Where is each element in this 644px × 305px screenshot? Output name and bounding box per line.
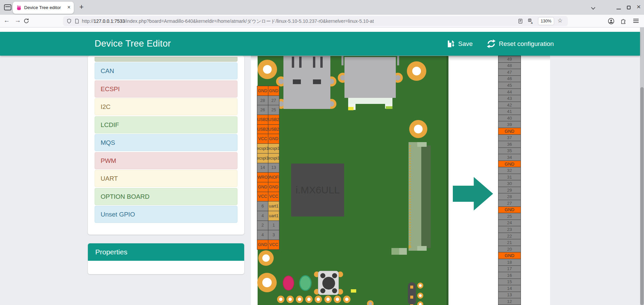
left-pin-cell[interactable]: GND bbox=[257, 86, 268, 96]
right-pin-cell[interactable]: 20 bbox=[498, 246, 521, 253]
left-pin-cell[interactable]: 6 bbox=[257, 201, 268, 211]
left-pin-cell[interactable]: ecspi1 bbox=[268, 144, 279, 154]
left-pin-cell[interactable]: GND bbox=[257, 182, 268, 192]
sidebar-item-i2c[interactable]: I2C bbox=[95, 98, 237, 115]
right-pin-cell[interactable]: 49 bbox=[498, 56, 521, 63]
right-pin-cell[interactable]: 29 bbox=[498, 187, 521, 194]
sidebar-item-uart[interactable]: UART bbox=[95, 170, 237, 187]
right-pin-cell[interactable]: 14 bbox=[498, 285, 521, 292]
right-pin-cell[interactable]: 32 bbox=[498, 167, 521, 174]
right-pin-cell[interactable]: 36 bbox=[498, 141, 521, 148]
left-pin-cell[interactable]: 14 bbox=[257, 163, 268, 173]
sidebar-item-ecspi[interactable]: ECSPI bbox=[95, 80, 237, 98]
left-pin-cell[interactable]: 25 bbox=[268, 105, 279, 115]
left-pin-cell[interactable]: VCC bbox=[268, 240, 279, 250]
right-pin-cell[interactable]: 47 bbox=[498, 69, 521, 76]
sidebar-item-mqs[interactable]: MQS bbox=[95, 134, 237, 151]
browser-tab[interactable]: Device Tree editor × bbox=[13, 2, 74, 14]
right-pin-cell[interactable]: 17 bbox=[498, 266, 521, 272]
right-pin-cell[interactable]: 44 bbox=[498, 89, 521, 96]
left-pin-cell[interactable]: 4 bbox=[257, 211, 268, 221]
left-pin-cell[interactable]: 13 bbox=[268, 163, 279, 173]
right-pin-cell[interactable]: 18 bbox=[498, 259, 521, 266]
list-tabs-chevron-icon[interactable] bbox=[591, 6, 595, 9]
right-pin-cell[interactable]: 42 bbox=[498, 102, 521, 109]
right-pin-cell[interactable]: 28 bbox=[498, 193, 521, 200]
right-pin-cell[interactable]: 35 bbox=[498, 148, 521, 155]
account-icon[interactable] bbox=[608, 18, 614, 26]
right-pin-cell[interactable]: GND bbox=[498, 252, 521, 259]
reader-mode-icon[interactable] bbox=[518, 18, 523, 25]
url-text[interactable]: http://127.0.0.1:7533/index.php?board=Ar… bbox=[82, 18, 515, 24]
left-pin-cell[interactable]: ecspi1 bbox=[268, 154, 279, 163]
window-close-button[interactable]: × bbox=[637, 3, 641, 11]
sidebar-item-option-board[interactable]: OPTION BOARD bbox=[95, 188, 237, 205]
right-pin-cell[interactable]: 13 bbox=[498, 292, 521, 299]
sidebar-item-partial[interactable] bbox=[95, 57, 237, 62]
left-pin-cell[interactable]: VCC bbox=[268, 192, 279, 202]
bookmark-star-icon[interactable]: ☆ bbox=[557, 17, 562, 24]
right-pin-cell[interactable]: 41 bbox=[498, 108, 521, 115]
right-pin-cell[interactable]: GND bbox=[498, 161, 521, 168]
firefox-view-icon[interactable] bbox=[4, 4, 11, 10]
window-maximize-button[interactable] bbox=[627, 6, 631, 9]
left-pin-cell[interactable]: uart1 bbox=[268, 201, 279, 211]
url-bar[interactable]: http://127.0.0.1:7533/index.php?board=Ar… bbox=[63, 16, 568, 26]
right-pin-cell[interactable]: 27 bbox=[498, 200, 521, 207]
extensions-puzzle-icon[interactable] bbox=[621, 18, 627, 25]
left-pin-cell[interactable]: 4 bbox=[257, 230, 268, 240]
sidebar-item-lcdif[interactable]: LCDIF bbox=[95, 116, 237, 133]
right-pin-cell[interactable]: GND bbox=[498, 207, 521, 213]
left-pin-cell[interactable]: ecspi1 bbox=[257, 154, 268, 163]
save-button[interactable]: Save bbox=[447, 40, 473, 48]
right-pin-cell[interactable]: 46 bbox=[498, 76, 521, 82]
left-pin-cell[interactable]: 3 bbox=[268, 230, 279, 240]
shield-icon[interactable] bbox=[66, 18, 72, 25]
left-pin-cell[interactable]: USB2 bbox=[257, 115, 268, 125]
left-pin-cell[interactable]: PWRON bbox=[257, 173, 268, 182]
left-pin-cell[interactable]: USB2 bbox=[268, 115, 279, 125]
right-pin-cell[interactable]: 24 bbox=[498, 220, 521, 227]
left-pin-cell[interactable]: ecspi1 bbox=[257, 144, 268, 154]
translate-icon[interactable]: A bbox=[528, 18, 534, 25]
right-pin-cell[interactable]: 12 bbox=[498, 298, 521, 305]
left-pin-cell[interactable]: uart1 bbox=[268, 211, 279, 221]
tab-close-icon[interactable]: × bbox=[67, 4, 70, 11]
right-pin-cell[interactable]: 40 bbox=[498, 115, 521, 122]
zoom-level-chip[interactable]: 130% bbox=[538, 17, 554, 25]
window-minimize-button[interactable] bbox=[616, 9, 621, 9]
left-pin-cell[interactable]: GND bbox=[268, 86, 279, 96]
right-pin-cell[interactable]: 39 bbox=[498, 121, 521, 128]
right-pin-cell[interactable]: 45 bbox=[498, 82, 521, 89]
sidebar-item-pwm[interactable]: PWM bbox=[95, 152, 237, 169]
left-pin-cell[interactable]: 2 bbox=[257, 221, 268, 231]
forward-button[interactable]: → bbox=[13, 17, 22, 24]
right-pin-cell[interactable]: 15 bbox=[498, 279, 521, 286]
left-pin-cell[interactable]: 28 bbox=[257, 96, 268, 106]
left-pin-cell[interactable]: GND bbox=[268, 134, 279, 144]
reset-configuration-button[interactable]: Reset configuration bbox=[487, 39, 554, 48]
left-pin-cell[interactable]: VCC bbox=[257, 192, 268, 202]
reload-button[interactable] bbox=[23, 18, 29, 25]
right-pin-cell[interactable]: GND bbox=[498, 128, 521, 135]
right-pin-cell[interactable]: 25 bbox=[498, 213, 521, 220]
left-pin-cell[interactable]: VCC bbox=[257, 134, 268, 144]
left-pin-cell[interactable]: 1 bbox=[268, 221, 279, 231]
right-pin-cell[interactable]: 21 bbox=[498, 239, 521, 246]
hamburger-menu-icon[interactable] bbox=[633, 19, 639, 23]
left-pin-cell[interactable]: USB2 bbox=[257, 125, 268, 134]
right-pin-cell[interactable]: 37 bbox=[498, 135, 521, 141]
back-button[interactable]: ← bbox=[2, 17, 11, 24]
sidebar-item-can[interactable]: CAN bbox=[95, 62, 237, 79]
right-pin-cell[interactable]: 43 bbox=[498, 95, 521, 102]
left-pin-cell[interactable]: ONOFF bbox=[268, 173, 279, 182]
right-pin-cell[interactable]: 23 bbox=[498, 226, 521, 233]
left-pin-cell[interactable]: 26 bbox=[257, 105, 268, 115]
right-pin-cell[interactable]: 22 bbox=[498, 233, 521, 240]
left-pin-cell[interactable]: GND bbox=[257, 240, 268, 250]
left-pin-cell[interactable]: 27 bbox=[268, 96, 279, 106]
right-pin-cell[interactable]: 34 bbox=[498, 154, 521, 161]
page-info-icon[interactable] bbox=[74, 18, 79, 25]
right-pin-cell[interactable]: 48 bbox=[498, 63, 521, 69]
right-pin-cell[interactable]: 30 bbox=[498, 180, 521, 187]
